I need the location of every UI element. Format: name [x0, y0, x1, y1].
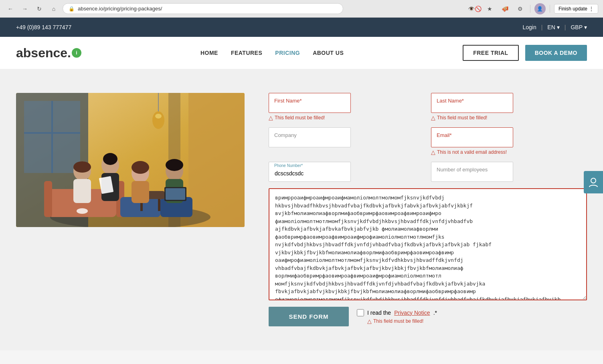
- phone-wrapper: Phone Number*: [269, 162, 425, 182]
- book-demo-button[interactable]: BOOK A DEMO: [525, 45, 587, 61]
- header-actions: FREE TRIAL BOOK A DEMO: [463, 45, 587, 61]
- message-field: [269, 188, 587, 300]
- email-wrapper: Email*: [431, 127, 587, 147]
- first-name-input[interactable]: [269, 93, 351, 113]
- main-content: First Name* △ This field must be filled!…: [0, 69, 603, 350]
- divider: [530, 5, 530, 13]
- svg-point-30: [166, 159, 183, 171]
- first-name-field: First Name* △ This field must be filled!: [269, 93, 425, 121]
- email-input[interactable]: [431, 127, 513, 147]
- login-link[interactable]: Login: [522, 24, 536, 30]
- top-bar: +49 (0)89 143 777477 Login | EN ▾ | GBP …: [0, 18, 603, 37]
- privacy-row: I read the Privacy Notice .*: [357, 309, 437, 316]
- person-icon: [588, 177, 599, 188]
- company-wrapper: Company: [269, 127, 425, 147]
- browser-chrome: ← → ↻ ⌂ 🔒 absence.io/pricing/pricing-pac…: [0, 0, 603, 18]
- logo-dot: i: [72, 48, 81, 58]
- free-trial-button[interactable]: FREE TRIAL: [463, 45, 518, 61]
- url-secure-icon: 🔒: [69, 6, 75, 12]
- last-name-input[interactable]: [431, 93, 513, 113]
- email-error: △ This is not a valid email address!: [431, 149, 587, 155]
- eye-slash-icon[interactable]: 👁️‍🚫: [469, 3, 480, 14]
- nav-pricing[interactable]: PRICING: [275, 50, 300, 56]
- svg-rect-6: [188, 93, 245, 227]
- main-nav: HOME FEATURES PRICING ABOUT US: [200, 50, 344, 56]
- url-text[interactable]: absence.io/pricing/pricing-packages/: [78, 6, 162, 12]
- employees-input[interactable]: [431, 162, 513, 182]
- phone-field: Phone Number*: [269, 162, 425, 182]
- svg-point-24: [103, 153, 117, 165]
- image-section: [16, 93, 245, 227]
- privacy-checkbox[interactable]: [357, 309, 364, 316]
- logo[interactable]: absence. i: [16, 46, 81, 60]
- svg-rect-18: [158, 199, 160, 211]
- back-button[interactable]: ←: [5, 3, 16, 14]
- extensions-icon[interactable]: 🪗: [500, 3, 511, 14]
- avatar[interactable]: 👤: [534, 3, 546, 14]
- url-bar: 🔒 absence.io/pricing/pricing-packages/: [63, 3, 343, 14]
- svg-point-9: [155, 114, 162, 119]
- svg-point-21: [73, 161, 91, 173]
- privacy-link[interactable]: Privacy Notice: [394, 310, 430, 316]
- svg-rect-12: [44, 181, 52, 217]
- header: absence. i HOME FEATURES PRICING ABOUT U…: [0, 37, 603, 69]
- bookmark-icon[interactable]: ★: [484, 3, 496, 14]
- finish-update-button[interactable]: Finish update ⋮: [554, 4, 598, 14]
- form-section: First Name* △ This field must be filled!…: [269, 93, 587, 326]
- help-float-button[interactable]: [584, 171, 603, 193]
- privacy-text-after: .*: [433, 310, 437, 316]
- company-input[interactable]: [269, 127, 351, 147]
- employees-field: Number of employees: [431, 162, 587, 182]
- svg-rect-20: [73, 179, 91, 203]
- divider2: [550, 5, 550, 13]
- first-name-error: △ This field must be filled!: [269, 115, 425, 121]
- puzzle-icon[interactable]: ⚙: [515, 3, 526, 14]
- error-triangle-icon2: △: [431, 115, 435, 121]
- svg-point-35: [591, 178, 596, 183]
- language-selector[interactable]: EN ▾: [547, 24, 559, 30]
- send-form-row: SEND FORM I read the Privacy Notice .* △…: [269, 307, 587, 326]
- privacy-text-before: I read the: [367, 310, 391, 316]
- first-name-wrapper: First Name*: [269, 93, 425, 113]
- team-svg: [16, 93, 245, 227]
- privacy-section: I read the Privacy Notice .* △ This fiel…: [357, 309, 437, 324]
- svg-point-34: [77, 208, 88, 214]
- last-name-wrapper: Last Name*: [431, 93, 587, 113]
- last-name-field: Last Name* △ This field must be filled!: [431, 93, 587, 121]
- forward-button[interactable]: →: [19, 3, 30, 14]
- svg-point-27: [132, 161, 149, 174]
- nav-features[interactable]: FEATURES: [231, 50, 262, 56]
- svg-rect-26: [132, 181, 149, 203]
- browser-actions: 👁️‍🚫 ★ 🪗 ⚙ 👤 Finish update ⋮: [469, 3, 598, 14]
- employees-wrapper: Number of employees: [431, 162, 587, 182]
- email-field: Email* △ This is not a valid email addre…: [431, 127, 587, 155]
- form-grid: First Name* △ This field must be filled!…: [269, 93, 587, 300]
- last-name-error: △ This field must be filled!: [431, 115, 587, 121]
- divider2: |: [565, 24, 566, 30]
- nav-home[interactable]: HOME: [200, 50, 218, 56]
- error-triangle-icon: △: [269, 115, 273, 121]
- currency-selector[interactable]: GBP ▾: [571, 24, 587, 30]
- divider: |: [541, 24, 543, 30]
- top-bar-right: Login | EN ▾ | GBP ▾: [522, 24, 587, 30]
- phone-input[interactable]: [269, 162, 351, 182]
- phone-number: +49 (0)89 143 777477: [16, 24, 71, 30]
- team-image: [16, 93, 245, 227]
- svg-rect-32: [166, 188, 185, 200]
- nav-about[interactable]: ABOUT US: [313, 50, 344, 56]
- error-triangle-icon3: △: [431, 149, 435, 155]
- home-button[interactable]: ⌂: [48, 3, 59, 14]
- logo-text: absence.: [16, 46, 71, 60]
- company-field: Company: [269, 127, 425, 155]
- refresh-button[interactable]: ↻: [34, 3, 45, 14]
- error-triangle-icon4: △: [367, 318, 372, 324]
- privacy-error: △ This field must be filled!: [367, 318, 437, 324]
- message-textarea[interactable]: [269, 188, 587, 300]
- send-form-button[interactable]: SEND FORM: [269, 307, 349, 326]
